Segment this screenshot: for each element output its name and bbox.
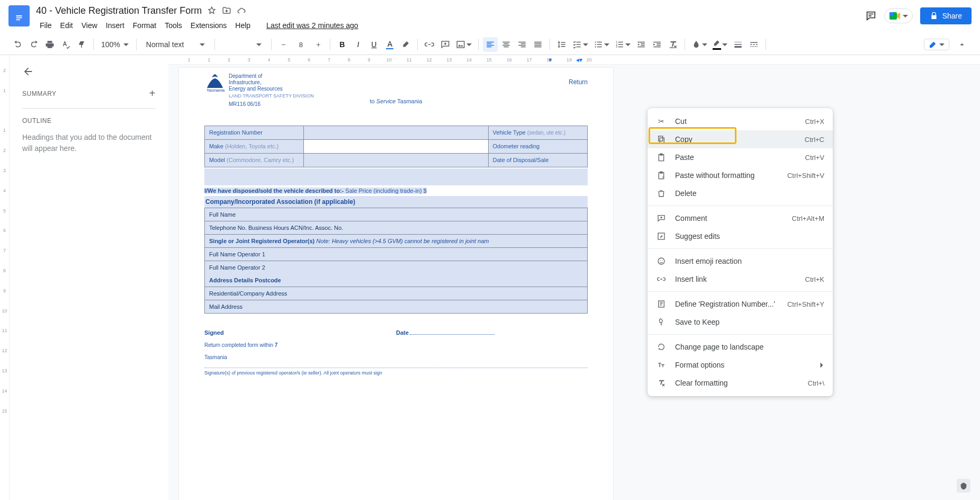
decrease-font-button[interactable]: −	[276, 37, 291, 52]
border-width-button[interactable]	[731, 37, 745, 52]
ctx-clear-formatting[interactable]: Clear formattingCtrl+\	[648, 374, 833, 392]
telephone-row[interactable]: Telephone No. Business Hours ACN/Inc. As…	[204, 221, 588, 235]
tasmania-logo: Tasmania	[204, 73, 226, 92]
redo-button[interactable]	[26, 37, 41, 52]
meet-button[interactable]	[884, 8, 913, 23]
border-dash-button[interactable]	[747, 37, 761, 52]
border-color-button[interactable]	[711, 37, 730, 52]
paragraph-style-dropdown[interactable]: Normal text	[141, 40, 211, 49]
trash-icon	[656, 189, 667, 198]
highlight-button[interactable]	[398, 37, 413, 52]
increase-font-button[interactable]: +	[311, 37, 326, 52]
ctx-format-options[interactable]: TᴛFormat options	[648, 356, 833, 374]
operator1-row[interactable]: Full Name Operator 1	[204, 248, 588, 261]
print-button[interactable]	[42, 37, 57, 52]
ctx-paste-without-formatting[interactable]: Paste without formattingCtrl+Shift+V	[648, 166, 833, 184]
ctx-paste[interactable]: PasteCtrl+V	[648, 148, 833, 166]
paint-format-button[interactable]	[74, 37, 89, 52]
svg-point-18	[660, 260, 660, 261]
residential-row[interactable]: Residential/Company Address	[204, 287, 588, 300]
ctx-comment[interactable]: CommentCtrl+Alt+M	[648, 209, 833, 227]
comment-history-icon[interactable]	[865, 10, 877, 22]
menu-file[interactable]: File	[36, 19, 56, 32]
bulleted-list-button[interactable]	[591, 37, 612, 52]
checklist-button[interactable]	[570, 37, 590, 52]
insert-link-button[interactable]	[422, 37, 437, 52]
spellcheck-button[interactable]	[58, 37, 73, 52]
ctx-insert-link[interactable]: Insert linkCtrl+K	[648, 270, 833, 288]
share-button[interactable]: Share	[920, 7, 972, 24]
outline-panel: SUMMARY + OUTLINE Headings that you add …	[10, 55, 168, 500]
chevron-down-icon	[903, 15, 908, 17]
align-justify-button[interactable]	[531, 37, 545, 52]
numbered-list-button[interactable]: 123	[613, 37, 633, 52]
font-family-dropdown[interactable]	[219, 43, 267, 46]
hide-outline-button[interactable]	[22, 66, 156, 79]
undo-button[interactable]	[11, 37, 25, 52]
ctx-emoji-reaction[interactable]: Insert emoji reaction	[648, 252, 833, 270]
menu-extensions[interactable]: Extensions	[187, 19, 230, 32]
menu-edit[interactable]: Edit	[57, 19, 77, 32]
reg-number-label: Registration Number	[205, 126, 304, 139]
star-icon[interactable]	[207, 6, 217, 15]
line-spacing-button[interactable]	[554, 37, 569, 52]
ctx-cut[interactable]: ✂CutCtrl+X	[648, 112, 833, 130]
emoji-icon	[656, 257, 667, 265]
underline-button[interactable]: U	[366, 37, 381, 52]
document-page[interactable]: Tasmania Department of Infrastructure, E…	[179, 68, 613, 500]
menu-tools[interactable]: Tools	[161, 19, 186, 32]
chevron-down-icon	[939, 43, 945, 46]
menu-format[interactable]: Format	[129, 19, 160, 32]
full-name-row[interactable]: Full Name	[204, 208, 588, 221]
last-edit-link[interactable]: Last edit was 2 minutes ago	[263, 19, 362, 32]
ctx-define[interactable]: Define 'Registration Number...'Ctrl+Shif…	[648, 295, 833, 313]
zoom-dropdown[interactable]: 100%	[98, 40, 132, 49]
operator2-row[interactable]: Full Name Operator 2	[204, 261, 588, 274]
model-label: Model (Commodore, Camry etc.)	[205, 153, 304, 167]
text-color-button[interactable]: A	[382, 37, 397, 52]
move-icon[interactable]	[222, 6, 231, 15]
fill-color-button[interactable]	[689, 37, 709, 52]
svg-text:3: 3	[616, 45, 618, 48]
menu-view[interactable]: View	[78, 19, 101, 32]
make-cell[interactable]	[304, 139, 488, 153]
align-left-button[interactable]	[483, 37, 498, 52]
ctx-landscape[interactable]: Change page to landscape	[648, 338, 833, 356]
ctx-suggest-edits[interactable]: Suggest edits	[648, 227, 833, 245]
mail-row[interactable]: Mail Address	[204, 300, 588, 314]
bold-button[interactable]: B	[335, 37, 349, 52]
doc-title[interactable]: 40 - Vehicle Registration Transfer Form	[36, 5, 202, 16]
pencil-icon	[929, 40, 937, 49]
meet-icon	[889, 11, 901, 21]
align-center-button[interactable]	[499, 37, 514, 52]
cloud-icon[interactable]	[237, 6, 246, 15]
ctx-delete[interactable]: Delete	[648, 184, 833, 202]
summary-label: SUMMARY	[22, 90, 57, 97]
italic-button[interactable]: I	[350, 37, 365, 52]
menu-insert[interactable]: Insert	[102, 19, 128, 32]
ctx-save-keep[interactable]: Save to Keep	[648, 313, 833, 331]
add-comment-button[interactable]	[438, 37, 453, 52]
svg-rect-11	[659, 136, 663, 141]
svg-point-17	[658, 258, 664, 264]
explore-button[interactable]	[957, 479, 970, 493]
editing-mode-button[interactable]	[924, 39, 949, 50]
document-scroll-area[interactable]: ▾ ◂▾ 11234567891011121314151617181920 Ta…	[168, 55, 980, 500]
ctx-copy[interactable]: CopyCtrl+C	[648, 130, 833, 148]
collapse-toolbar-button[interactable]	[955, 37, 969, 52]
decrease-indent-button[interactable]	[634, 37, 649, 52]
add-summary-button[interactable]: +	[149, 87, 156, 100]
reg-number-cell[interactable]	[304, 126, 488, 139]
vehicle-table: Registration Number Vehicle Type (sedan,…	[204, 126, 588, 167]
svg-point-4	[595, 44, 596, 45]
model-cell[interactable]	[304, 153, 488, 167]
copy-icon	[656, 135, 667, 144]
menu-help[interactable]: Help	[231, 19, 254, 32]
chevron-down-icon	[200, 43, 205, 46]
align-right-button[interactable]	[515, 37, 529, 52]
increase-indent-button[interactable]	[650, 37, 664, 52]
clear-formatting-button[interactable]	[666, 37, 680, 52]
docs-logo[interactable]	[8, 5, 30, 26]
insert-image-button[interactable]	[454, 37, 474, 52]
font-size-input[interactable]: 8	[292, 37, 310, 52]
